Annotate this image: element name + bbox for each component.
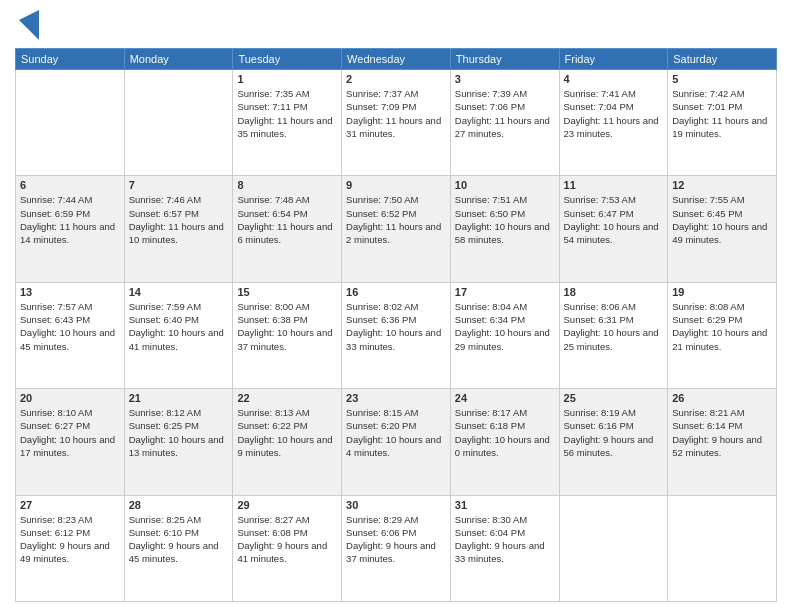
logo-icon xyxy=(19,10,39,40)
calendar-cell: 23Sunrise: 8:15 AMSunset: 6:20 PMDayligh… xyxy=(342,389,451,495)
day-info: Sunrise: 8:17 AMSunset: 6:18 PMDaylight:… xyxy=(455,406,555,459)
day-info: Sunrise: 8:10 AMSunset: 6:27 PMDaylight:… xyxy=(20,406,120,459)
day-info: Sunrise: 8:04 AMSunset: 6:34 PMDaylight:… xyxy=(455,300,555,353)
week-row-2: 6Sunrise: 7:44 AMSunset: 6:59 PMDaylight… xyxy=(16,176,777,282)
calendar-cell: 17Sunrise: 8:04 AMSunset: 6:34 PMDayligh… xyxy=(450,282,559,388)
week-row-5: 27Sunrise: 8:23 AMSunset: 6:12 PMDayligh… xyxy=(16,495,777,601)
weekday-wednesday: Wednesday xyxy=(342,49,451,70)
day-number: 10 xyxy=(455,179,555,191)
day-number: 7 xyxy=(129,179,229,191)
calendar-cell: 6Sunrise: 7:44 AMSunset: 6:59 PMDaylight… xyxy=(16,176,125,282)
header xyxy=(15,10,777,40)
day-info: Sunrise: 7:53 AMSunset: 6:47 PMDaylight:… xyxy=(564,193,664,246)
day-info: Sunrise: 7:57 AMSunset: 6:43 PMDaylight:… xyxy=(20,300,120,353)
day-info: Sunrise: 8:00 AMSunset: 6:38 PMDaylight:… xyxy=(237,300,337,353)
calendar-cell: 29Sunrise: 8:27 AMSunset: 6:08 PMDayligh… xyxy=(233,495,342,601)
calendar-cell: 22Sunrise: 8:13 AMSunset: 6:22 PMDayligh… xyxy=(233,389,342,495)
day-info: Sunrise: 7:42 AMSunset: 7:01 PMDaylight:… xyxy=(672,87,772,140)
day-info: Sunrise: 7:50 AMSunset: 6:52 PMDaylight:… xyxy=(346,193,446,246)
day-info: Sunrise: 8:30 AMSunset: 6:04 PMDaylight:… xyxy=(455,513,555,566)
day-number: 29 xyxy=(237,499,337,511)
weekday-header-row: SundayMondayTuesdayWednesdayThursdayFrid… xyxy=(16,49,777,70)
day-info: Sunrise: 8:06 AMSunset: 6:31 PMDaylight:… xyxy=(564,300,664,353)
day-info: Sunrise: 7:37 AMSunset: 7:09 PMDaylight:… xyxy=(346,87,446,140)
calendar-cell: 3Sunrise: 7:39 AMSunset: 7:06 PMDaylight… xyxy=(450,70,559,176)
page: SundayMondayTuesdayWednesdayThursdayFrid… xyxy=(0,0,792,612)
day-number: 9 xyxy=(346,179,446,191)
weekday-tuesday: Tuesday xyxy=(233,49,342,70)
day-number: 20 xyxy=(20,392,120,404)
calendar-cell: 27Sunrise: 8:23 AMSunset: 6:12 PMDayligh… xyxy=(16,495,125,601)
day-number: 13 xyxy=(20,286,120,298)
day-info: Sunrise: 7:35 AMSunset: 7:11 PMDaylight:… xyxy=(237,87,337,140)
calendar-cell xyxy=(668,495,777,601)
day-number: 11 xyxy=(564,179,664,191)
day-number: 5 xyxy=(672,73,772,85)
day-number: 19 xyxy=(672,286,772,298)
calendar-cell: 7Sunrise: 7:46 AMSunset: 6:57 PMDaylight… xyxy=(124,176,233,282)
day-number: 6 xyxy=(20,179,120,191)
day-number: 28 xyxy=(129,499,229,511)
calendar-cell: 8Sunrise: 7:48 AMSunset: 6:54 PMDaylight… xyxy=(233,176,342,282)
weekday-monday: Monday xyxy=(124,49,233,70)
day-number: 12 xyxy=(672,179,772,191)
day-info: Sunrise: 8:13 AMSunset: 6:22 PMDaylight:… xyxy=(237,406,337,459)
calendar-cell: 16Sunrise: 8:02 AMSunset: 6:36 PMDayligh… xyxy=(342,282,451,388)
day-info: Sunrise: 8:21 AMSunset: 6:14 PMDaylight:… xyxy=(672,406,772,459)
svg-marker-0 xyxy=(19,10,39,40)
day-info: Sunrise: 8:25 AMSunset: 6:10 PMDaylight:… xyxy=(129,513,229,566)
calendar-cell: 20Sunrise: 8:10 AMSunset: 6:27 PMDayligh… xyxy=(16,389,125,495)
day-info: Sunrise: 7:55 AMSunset: 6:45 PMDaylight:… xyxy=(672,193,772,246)
day-number: 25 xyxy=(564,392,664,404)
weekday-sunday: Sunday xyxy=(16,49,125,70)
calendar-cell: 21Sunrise: 8:12 AMSunset: 6:25 PMDayligh… xyxy=(124,389,233,495)
day-info: Sunrise: 7:46 AMSunset: 6:57 PMDaylight:… xyxy=(129,193,229,246)
day-number: 31 xyxy=(455,499,555,511)
calendar-cell: 11Sunrise: 7:53 AMSunset: 6:47 PMDayligh… xyxy=(559,176,668,282)
day-info: Sunrise: 8:19 AMSunset: 6:16 PMDaylight:… xyxy=(564,406,664,459)
calendar-cell: 18Sunrise: 8:06 AMSunset: 6:31 PMDayligh… xyxy=(559,282,668,388)
day-number: 14 xyxy=(129,286,229,298)
calendar-cell: 30Sunrise: 8:29 AMSunset: 6:06 PMDayligh… xyxy=(342,495,451,601)
calendar-cell: 1Sunrise: 7:35 AMSunset: 7:11 PMDaylight… xyxy=(233,70,342,176)
calendar-cell: 25Sunrise: 8:19 AMSunset: 6:16 PMDayligh… xyxy=(559,389,668,495)
day-info: Sunrise: 8:02 AMSunset: 6:36 PMDaylight:… xyxy=(346,300,446,353)
day-info: Sunrise: 7:44 AMSunset: 6:59 PMDaylight:… xyxy=(20,193,120,246)
day-number: 16 xyxy=(346,286,446,298)
day-number: 18 xyxy=(564,286,664,298)
week-row-4: 20Sunrise: 8:10 AMSunset: 6:27 PMDayligh… xyxy=(16,389,777,495)
calendar-cell xyxy=(124,70,233,176)
calendar-cell: 24Sunrise: 8:17 AMSunset: 6:18 PMDayligh… xyxy=(450,389,559,495)
calendar-cell: 19Sunrise: 8:08 AMSunset: 6:29 PMDayligh… xyxy=(668,282,777,388)
calendar-cell: 5Sunrise: 7:42 AMSunset: 7:01 PMDaylight… xyxy=(668,70,777,176)
calendar-cell: 4Sunrise: 7:41 AMSunset: 7:04 PMDaylight… xyxy=(559,70,668,176)
calendar-cell: 31Sunrise: 8:30 AMSunset: 6:04 PMDayligh… xyxy=(450,495,559,601)
calendar-cell: 26Sunrise: 8:21 AMSunset: 6:14 PMDayligh… xyxy=(668,389,777,495)
calendar-cell xyxy=(559,495,668,601)
calendar-cell: 12Sunrise: 7:55 AMSunset: 6:45 PMDayligh… xyxy=(668,176,777,282)
day-info: Sunrise: 7:39 AMSunset: 7:06 PMDaylight:… xyxy=(455,87,555,140)
day-info: Sunrise: 7:59 AMSunset: 6:40 PMDaylight:… xyxy=(129,300,229,353)
day-info: Sunrise: 8:15 AMSunset: 6:20 PMDaylight:… xyxy=(346,406,446,459)
day-number: 3 xyxy=(455,73,555,85)
day-info: Sunrise: 7:48 AMSunset: 6:54 PMDaylight:… xyxy=(237,193,337,246)
day-info: Sunrise: 8:27 AMSunset: 6:08 PMDaylight:… xyxy=(237,513,337,566)
calendar-cell: 13Sunrise: 7:57 AMSunset: 6:43 PMDayligh… xyxy=(16,282,125,388)
calendar-cell: 2Sunrise: 7:37 AMSunset: 7:09 PMDaylight… xyxy=(342,70,451,176)
calendar-cell: 15Sunrise: 8:00 AMSunset: 6:38 PMDayligh… xyxy=(233,282,342,388)
day-info: Sunrise: 8:08 AMSunset: 6:29 PMDaylight:… xyxy=(672,300,772,353)
calendar-cell: 9Sunrise: 7:50 AMSunset: 6:52 PMDaylight… xyxy=(342,176,451,282)
day-info: Sunrise: 8:12 AMSunset: 6:25 PMDaylight:… xyxy=(129,406,229,459)
day-number: 22 xyxy=(237,392,337,404)
day-number: 8 xyxy=(237,179,337,191)
day-number: 24 xyxy=(455,392,555,404)
day-number: 30 xyxy=(346,499,446,511)
weekday-friday: Friday xyxy=(559,49,668,70)
week-row-1: 1Sunrise: 7:35 AMSunset: 7:11 PMDaylight… xyxy=(16,70,777,176)
day-info: Sunrise: 7:41 AMSunset: 7:04 PMDaylight:… xyxy=(564,87,664,140)
calendar-cell xyxy=(16,70,125,176)
day-number: 4 xyxy=(564,73,664,85)
day-number: 1 xyxy=(237,73,337,85)
day-number: 27 xyxy=(20,499,120,511)
day-number: 17 xyxy=(455,286,555,298)
